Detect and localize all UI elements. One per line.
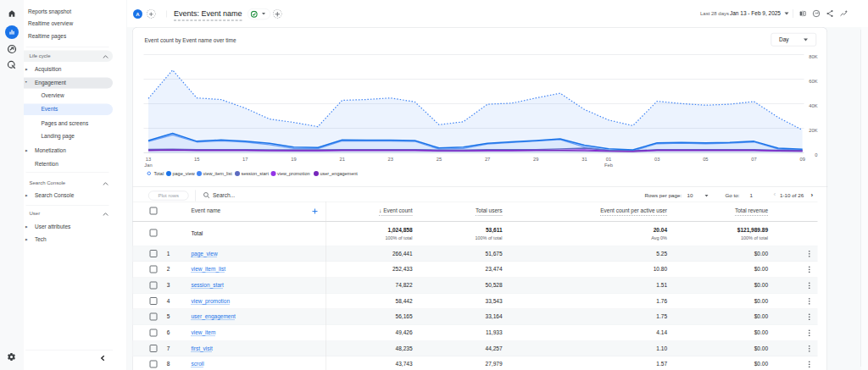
svg-text:80K: 80K <box>809 54 817 59</box>
svg-text:Feb: Feb <box>604 163 613 168</box>
svg-text:0: 0 <box>815 152 817 157</box>
svg-text:31: 31 <box>581 157 587 162</box>
svg-text:09: 09 <box>799 157 804 162</box>
svg-text:07: 07 <box>751 157 756 162</box>
svg-text:17: 17 <box>242 157 248 162</box>
svg-text:03: 03 <box>654 157 659 162</box>
svg-text:13: 13 <box>146 157 151 162</box>
svg-text:21: 21 <box>339 157 344 162</box>
svg-text:29: 29 <box>533 157 538 162</box>
svg-text:27: 27 <box>485 157 490 162</box>
svg-text:40K: 40K <box>809 103 817 108</box>
svg-text:60K: 60K <box>809 79 817 84</box>
svg-text:23: 23 <box>388 157 393 162</box>
svg-text:01: 01 <box>606 157 611 162</box>
svg-text:19: 19 <box>291 157 296 162</box>
svg-text:Jan: Jan <box>144 163 152 168</box>
svg-text:05: 05 <box>703 157 708 162</box>
svg-text:15: 15 <box>194 157 199 162</box>
svg-text:25: 25 <box>437 157 442 162</box>
svg-text:20K: 20K <box>809 128 817 133</box>
